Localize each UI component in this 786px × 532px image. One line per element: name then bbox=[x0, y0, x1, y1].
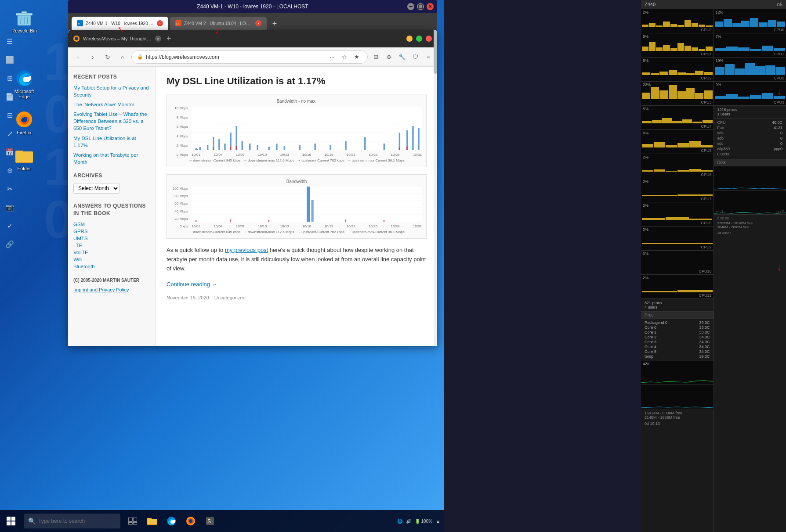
addr-tab-icon[interactable]: ⊕ bbox=[384, 52, 394, 62]
svg-rect-67 bbox=[384, 220, 385, 222]
svg-rect-51 bbox=[230, 147, 231, 150]
vm-close-btn[interactable]: × bbox=[427, 3, 434, 10]
addr-more-icon[interactable]: ··· bbox=[327, 52, 337, 62]
svg-text:U: U bbox=[176, 22, 179, 26]
rcpu2-graph: 19% CPU2 bbox=[714, 58, 786, 82]
content-scrollbar[interactable] bbox=[434, 67, 437, 346]
article-text: As a quick follow up to my previous post… bbox=[167, 246, 427, 273]
taskbar-other[interactable]: S bbox=[201, 510, 219, 532]
taskbar-search-input[interactable] bbox=[38, 518, 116, 524]
sidebar-link-icon[interactable]: 🔗 bbox=[3, 237, 17, 251]
answer-wifi[interactable]: Wifi bbox=[73, 257, 150, 262]
sidebar-share-icon[interactable]: ⤢ bbox=[3, 126, 17, 140]
sidebar-grid-icon[interactable]: ⊟ bbox=[3, 108, 17, 122]
answer-umts[interactable]: UMTS bbox=[73, 236, 150, 241]
sidebar-post-3[interactable]: Evolving Tablet Use – What's the Differe… bbox=[73, 111, 150, 132]
temp-core3-val: 34.0C bbox=[699, 340, 710, 344]
cpu-bar bbox=[695, 93, 703, 99]
nav-forward-btn[interactable]: › bbox=[87, 51, 99, 63]
sidebar-apps-icon[interactable]: ⊞ bbox=[3, 71, 17, 85]
addr-collections-icon[interactable]: ⊟ bbox=[370, 52, 381, 62]
net-svg bbox=[641, 385, 714, 409]
tab-vm2[interactable]: U Z440 VM-2 - Ubuntu 18.04 - LOCALHOST × bbox=[170, 17, 267, 30]
chart-1-container: Bandwidth - no max. 10 Mbps8 Mbps6 Mbps4… bbox=[167, 94, 427, 167]
inner-close-btn[interactable]: × bbox=[426, 36, 432, 42]
rcpu1-graph: 7% CPU1 bbox=[714, 33, 786, 58]
vm-title-text: Z440 VM-1 - W10 - lowres 1920 - LOCALHOS… bbox=[197, 4, 308, 10]
answer-gprs[interactable]: GPRS bbox=[73, 229, 150, 234]
tab-vm1[interactable]: e Z440 VM-1 - W10 - lowres 1920 - LOCALH… bbox=[72, 17, 168, 30]
sidebar-menu-icon[interactable]: ☰ bbox=[3, 34, 17, 48]
start-button[interactable] bbox=[0, 510, 22, 532]
addr-star-icon[interactable]: ★ bbox=[351, 52, 362, 62]
tab-vm2-close[interactable]: × bbox=[255, 20, 261, 26]
answer-volte[interactable]: VoLTE bbox=[73, 250, 150, 255]
taskbar-file-explorer[interactable] bbox=[143, 510, 161, 532]
cpu-bar bbox=[703, 120, 712, 123]
sidebar-post-2[interactable]: The 'Network Alive' Monitor bbox=[73, 101, 150, 108]
nav-home-btn[interactable]: ⌂ bbox=[116, 51, 129, 63]
temp-core3-row: Core 3 34.0C bbox=[645, 340, 710, 344]
sidebar-post-4[interactable]: My DSL Line Utilization is at 1.17% bbox=[73, 135, 150, 149]
cpu-bar bbox=[670, 48, 677, 51]
svg-rect-48 bbox=[418, 128, 419, 150]
cpu-bar bbox=[677, 43, 684, 51]
sidebar-docs-icon[interactable]: 📄 bbox=[3, 90, 17, 104]
imprint-link[interactable]: Imprint and Privacy Policy bbox=[73, 287, 150, 292]
sidebar-star-icon[interactable]: ⊕ bbox=[3, 163, 17, 177]
cpu-bar bbox=[685, 20, 691, 27]
recycle-bin-icon[interactable]: Recycle Bin bbox=[9, 9, 40, 33]
answer-lte[interactable]: LTE bbox=[73, 243, 150, 248]
sidebar-calendar-icon[interactable]: 📅 bbox=[3, 145, 17, 159]
svg-rect-25 bbox=[196, 148, 197, 150]
cpu-bar bbox=[706, 47, 712, 51]
answer-gsm[interactable]: GSM bbox=[73, 222, 150, 227]
sdc-label: sdc bbox=[717, 141, 724, 146]
taskbar-task-view[interactable] bbox=[124, 510, 141, 532]
nav-refresh-btn[interactable]: ↻ bbox=[101, 51, 114, 63]
cpu7-label: CPU7 bbox=[701, 197, 711, 201]
sidebar-search-icon[interactable]: ⬜ bbox=[3, 53, 17, 67]
inner-minimize-btn[interactable]: − bbox=[406, 36, 413, 42]
inner-new-tab-btn[interactable]: + bbox=[165, 34, 173, 43]
cpu-bar bbox=[741, 21, 750, 27]
address-bar[interactable]: 🔒 https://blog.wirelessmoves.com ··· ☆ ★ bbox=[131, 50, 368, 64]
new-tab-btn[interactable]: + bbox=[268, 18, 281, 30]
month-select[interactable]: Select Month bbox=[73, 183, 120, 194]
sidebar-settings-icon[interactable]: ✂ bbox=[3, 182, 17, 196]
inner-maximize-btn[interactable]: □ bbox=[416, 36, 422, 42]
sidebar-post-1[interactable]: My Tablet Setup for a Privacy and Securi… bbox=[73, 84, 150, 98]
cpu-bar bbox=[642, 243, 713, 244]
cpu-bar bbox=[654, 142, 665, 147]
addr-shield-icon[interactable]: 🛡 bbox=[410, 52, 420, 62]
tab-vm1-close[interactable]: × bbox=[157, 20, 163, 26]
continue-reading-link[interactable]: Continue reading → bbox=[167, 281, 217, 288]
nav-back-btn[interactable]: ‹ bbox=[72, 51, 84, 63]
answer-bluetooth[interactable]: Bluetooth bbox=[73, 264, 150, 269]
vm-minimize-btn[interactable]: − bbox=[407, 3, 414, 10]
taskbar-edge[interactable] bbox=[163, 510, 180, 532]
sdb-val: 0 bbox=[780, 136, 782, 140]
sidebar-camera-icon[interactable]: 📷 bbox=[3, 200, 17, 214]
svg-rect-62 bbox=[311, 200, 313, 222]
inner-tab-close[interactable]: × bbox=[155, 36, 161, 42]
browser-tabs-bar: e Z440 VM-1 - W10 - lowres 1920 - LOCALH… bbox=[68, 13, 437, 30]
taskbar-firefox[interactable] bbox=[182, 510, 199, 532]
cpu8-label: CPU8 bbox=[701, 221, 711, 225]
vm-maximize-btn[interactable]: □ bbox=[417, 3, 424, 10]
svg-rect-74 bbox=[147, 519, 157, 524]
chart-2-svg-container: 10/0110/0410/0710/1010/1310/1610/1910/22… bbox=[192, 187, 422, 228]
answers-heading: ANSWERS TO QUESTIONS IN THE BOOK bbox=[73, 202, 150, 217]
sidebar-check-icon[interactable]: ✓ bbox=[3, 219, 17, 233]
uptime-left: 0d 19:13 bbox=[645, 421, 710, 426]
scrollbar-thumb[interactable] bbox=[434, 67, 437, 74]
proc-section-title: Proc bbox=[641, 312, 714, 319]
addr-bookmark-icon[interactable]: ☆ bbox=[339, 52, 350, 62]
addr-menu-icon[interactable]: ≡ bbox=[423, 52, 434, 62]
sidebar-post-5[interactable]: Working on that Terabyte per Month bbox=[73, 151, 150, 165]
net-time-val: 0:00:00 bbox=[717, 152, 731, 156]
prev-post-link[interactable]: my previous post bbox=[225, 247, 268, 253]
cpu-bar bbox=[755, 66, 765, 75]
addr-extensions-icon[interactable]: 🔧 bbox=[397, 52, 407, 62]
taskbar-search-box[interactable]: 🔍 bbox=[24, 514, 120, 528]
